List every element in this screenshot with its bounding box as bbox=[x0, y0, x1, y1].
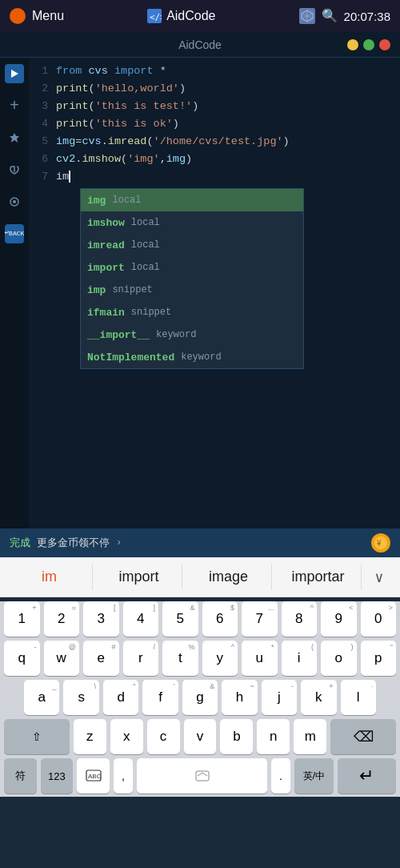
menu-label[interactable]: Menu bbox=[32, 9, 64, 23]
plugin-button[interactable] bbox=[5, 192, 24, 211]
key-f[interactable]: 'f bbox=[142, 680, 178, 715]
menu-icon bbox=[10, 8, 26, 24]
key-t[interactable]: %t bbox=[162, 641, 198, 676]
ac-item-ifmain[interactable]: ifmain snippet bbox=[81, 301, 303, 323]
space-key[interactable] bbox=[137, 758, 267, 794]
comma-key[interactable]: , bbox=[114, 758, 133, 794]
key-5[interactable]: &5 bbox=[162, 601, 198, 637]
key-n[interactable]: n bbox=[257, 719, 290, 754]
ac-item-imread[interactable]: imread local bbox=[81, 234, 303, 256]
traffic-lights bbox=[347, 39, 390, 50]
input-mode-key[interactable]: ABC bbox=[77, 758, 110, 794]
key-l[interactable]: ·l bbox=[341, 680, 376, 715]
key-r[interactable]: /r bbox=[123, 641, 159, 676]
key-g[interactable]: &g bbox=[182, 680, 218, 715]
return-key[interactable]: ↵ bbox=[338, 758, 396, 794]
code-line-7: im bbox=[56, 168, 400, 186]
status-right: 🔍 20:07:38 bbox=[299, 8, 390, 24]
keyboard-row-bottom: 符 123 ABC , . 英/中 ↵ bbox=[4, 758, 396, 794]
key-d[interactable]: "d bbox=[103, 680, 138, 715]
number-key[interactable]: 123 bbox=[41, 758, 74, 794]
key-0[interactable]: >0 bbox=[361, 601, 397, 637]
key-b[interactable]: b bbox=[220, 719, 253, 754]
ac-type-import-kw: keyword bbox=[156, 329, 196, 340]
ac-main-imp: imp bbox=[87, 284, 106, 296]
key-p[interactable]: "p bbox=[361, 641, 397, 676]
ac-item-notimplemented[interactable]: NotImplemented keyword bbox=[81, 346, 303, 368]
period-key[interactable]: . bbox=[271, 758, 290, 794]
keyboard-row-qwerty: -q @w #e /r %t ^y *u (i )o "p bbox=[4, 641, 396, 676]
key-k[interactable]: +k bbox=[301, 680, 336, 715]
key-s[interactable]: \s bbox=[63, 680, 98, 715]
ac-main-img: img bbox=[87, 195, 106, 207]
key-z[interactable]: z bbox=[74, 719, 106, 754]
svg-point-10 bbox=[13, 200, 16, 203]
backspace-key[interactable]: ⌫ bbox=[330, 719, 396, 754]
key-7[interactable]: ...7 bbox=[242, 601, 278, 637]
key-8[interactable]: ^8 bbox=[282, 601, 318, 637]
bottom-bar: 完成 更多金币领不停 › ¥ bbox=[0, 528, 400, 557]
key-x[interactable]: x bbox=[110, 719, 143, 754]
ac-type-import: local bbox=[131, 262, 160, 273]
symbol-key[interactable]: 符 bbox=[4, 758, 37, 794]
back-button[interactable]: ↩BACK bbox=[5, 224, 24, 243]
key-w[interactable]: @w bbox=[44, 641, 80, 676]
search-icon[interactable]: 🔍 bbox=[322, 8, 338, 24]
minimize-button[interactable] bbox=[347, 39, 358, 50]
key-1[interactable]: +1 bbox=[4, 601, 40, 637]
cube-icon bbox=[299, 8, 315, 24]
editor-area[interactable]: AidCode + ↩BACK 1 2 3 4 5 bbox=[0, 32, 400, 528]
status-text: 完成 bbox=[10, 536, 30, 550]
close-button[interactable] bbox=[379, 39, 390, 50]
key-v[interactable]: v bbox=[184, 719, 217, 754]
ac-item-import-kw[interactable]: __import__ keyword bbox=[81, 323, 303, 346]
key-o[interactable]: )o bbox=[321, 641, 357, 676]
key-6[interactable]: $6 bbox=[202, 601, 238, 637]
keyboard[interactable]: +1 =2 [3 ]4 &5 $6 ...7 ^8 <9 >0 -q @w #e… bbox=[0, 601, 400, 797]
coins-arrow[interactable]: › bbox=[116, 537, 122, 549]
code-line-5: img=cvs.imread('/home/cvs/test.jpg') bbox=[56, 133, 400, 151]
coins-text[interactable]: 更多金币领不停 bbox=[37, 536, 110, 550]
ac-item-import[interactable]: import local bbox=[81, 256, 303, 279]
key-3[interactable]: [3 bbox=[83, 601, 119, 637]
attachment-button[interactable] bbox=[5, 160, 24, 179]
svg-point-0 bbox=[14, 12, 22, 20]
ac-item-img[interactable]: img local bbox=[81, 189, 303, 211]
autocomplete-dropdown[interactable]: img local imshow local imread local impo… bbox=[80, 188, 304, 369]
status-left: Menu bbox=[10, 8, 64, 24]
ac-item-imshow[interactable]: imshow local bbox=[81, 211, 303, 234]
key-u[interactable]: *u bbox=[242, 641, 278, 676]
ac-item-imp[interactable]: imp snippet bbox=[81, 279, 303, 301]
key-h[interactable]: ~h bbox=[222, 680, 257, 715]
pin-button[interactable] bbox=[5, 128, 24, 147]
ac-main-ifmain: ifmain bbox=[87, 307, 125, 319]
key-q[interactable]: -q bbox=[4, 641, 40, 676]
key-j[interactable]: -j bbox=[262, 680, 297, 715]
code-container[interactable]: 1 2 3 4 5 6 7 from cvs import * print('h… bbox=[29, 58, 400, 528]
maximize-button[interactable] bbox=[363, 39, 374, 50]
shift-key[interactable]: ⇧ bbox=[4, 719, 70, 754]
suggestion-bar[interactable]: im import image importar ∨ bbox=[0, 557, 400, 597]
key-a[interactable]: _a bbox=[24, 680, 59, 715]
ac-type-img: local bbox=[112, 195, 141, 206]
suggestion-im[interactable]: im bbox=[6, 564, 93, 590]
suggestion-importar[interactable]: importar bbox=[275, 564, 362, 590]
expand-suggestions-button[interactable]: ∨ bbox=[365, 569, 394, 586]
key-c[interactable]: c bbox=[147, 719, 180, 754]
key-9[interactable]: <9 bbox=[321, 601, 357, 637]
key-4[interactable]: ]4 bbox=[123, 601, 159, 637]
add-button[interactable]: + bbox=[5, 96, 24, 115]
key-i[interactable]: (i bbox=[282, 641, 318, 676]
key-y[interactable]: ^y bbox=[202, 641, 238, 676]
suggestion-import[interactable]: import bbox=[96, 564, 182, 590]
lang-key[interactable]: 英/中 bbox=[294, 758, 334, 794]
key-e[interactable]: #e bbox=[83, 641, 119, 676]
run-button[interactable] bbox=[5, 64, 24, 83]
suggestion-image[interactable]: image bbox=[186, 564, 272, 590]
key-2[interactable]: =2 bbox=[44, 601, 80, 637]
editor-topbar: AidCode bbox=[0, 32, 400, 58]
svg-text:ABC: ABC bbox=[88, 773, 102, 780]
key-m[interactable]: m bbox=[294, 719, 326, 754]
code-line-6: cv2.imshow('img',img) bbox=[56, 151, 400, 168]
editor-title: AidCode bbox=[178, 38, 222, 51]
